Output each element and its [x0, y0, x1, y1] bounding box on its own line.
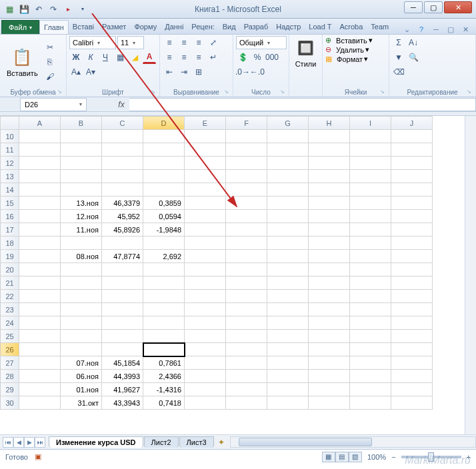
cell[interactable]	[143, 290, 185, 303]
align-right-icon[interactable]: ≡	[192, 51, 205, 64]
font-color-icon[interactable]: A	[143, 51, 156, 64]
row-header[interactable]: 21	[1, 276, 19, 290]
cell[interactable]	[309, 157, 350, 170]
decrease-font-icon[interactable]: A▾	[84, 65, 97, 79]
cell[interactable]	[61, 330, 102, 343]
cell[interactable]	[102, 316, 143, 330]
cell[interactable]	[102, 130, 143, 143]
cell[interactable]	[185, 130, 226, 143]
border-icon[interactable]: ▦	[113, 51, 127, 64]
cell[interactable]	[61, 276, 102, 290]
cell[interactable]	[19, 183, 61, 197]
cell[interactable]	[226, 236, 267, 250]
cell[interactable]: 45,952	[102, 210, 143, 223]
cell[interactable]	[350, 290, 391, 303]
cell[interactable]	[61, 303, 102, 316]
paste-button[interactable]: 📋 Вставить	[3, 36, 42, 88]
cell[interactable]	[185, 356, 226, 370]
name-box[interactable]: D26▾	[20, 98, 87, 111]
cell[interactable]	[143, 316, 185, 330]
cell[interactable]	[61, 157, 102, 170]
cell[interactable]	[102, 303, 143, 316]
cell[interactable]	[391, 330, 433, 343]
column-header[interactable]: G	[267, 117, 309, 130]
sheet-tab-active[interactable]: Изменение курса USD	[49, 436, 143, 448]
cell[interactable]	[143, 170, 185, 183]
fx-icon[interactable]: fx	[113, 100, 129, 109]
cell[interactable]	[267, 276, 309, 290]
cell[interactable]	[185, 210, 226, 223]
row-header[interactable]: 17	[1, 223, 19, 236]
ribbon-minimize-icon[interactable]: ⌄	[401, 25, 412, 34]
column-header[interactable]: D	[143, 117, 185, 130]
cell[interactable]	[309, 383, 350, 396]
mdi-restore-icon[interactable]: ▢	[445, 25, 456, 34]
cell[interactable]	[226, 170, 267, 183]
cell[interactable]: 12.ноя	[61, 210, 102, 223]
align-left-icon[interactable]: ≡	[163, 51, 176, 64]
cell[interactable]	[350, 356, 391, 370]
undo-icon[interactable]: ↶	[32, 3, 45, 16]
cell[interactable]	[185, 263, 226, 276]
cell[interactable]	[61, 316, 102, 330]
cell[interactable]	[226, 356, 267, 370]
cell[interactable]	[185, 330, 226, 343]
cell[interactable]	[309, 183, 350, 197]
cell[interactable]	[309, 330, 350, 343]
page-layout-view-icon[interactable]: ▤	[335, 452, 349, 462]
cell[interactable]	[391, 197, 433, 210]
cell[interactable]	[143, 143, 185, 157]
ribbon-tab[interactable]: Вставі	[69, 20, 98, 34]
currency-icon[interactable]: 💲	[236, 51, 249, 64]
cell[interactable]	[309, 343, 350, 356]
cell[interactable]	[226, 290, 267, 303]
cell[interactable]	[350, 130, 391, 143]
percent-icon[interactable]: %	[251, 51, 264, 64]
cell[interactable]	[226, 223, 267, 236]
cell[interactable]	[143, 303, 185, 316]
cell[interactable]	[226, 303, 267, 316]
increase-decimal-icon[interactable]: .0→	[236, 65, 249, 79]
cell[interactable]	[226, 276, 267, 290]
cell[interactable]	[102, 143, 143, 157]
cell[interactable]	[226, 370, 267, 383]
merge-icon[interactable]: ⊞	[192, 65, 205, 79]
cell[interactable]	[226, 210, 267, 223]
cell[interactable]	[226, 143, 267, 157]
cell[interactable]	[267, 197, 309, 210]
row-header[interactable]: 12	[1, 157, 19, 170]
cell[interactable]	[19, 276, 61, 290]
cell[interactable]	[185, 157, 226, 170]
row-header[interactable]: 25	[1, 330, 19, 343]
row-header[interactable]: 20	[1, 263, 19, 276]
file-tab[interactable]: Файл▾	[1, 20, 39, 34]
cell[interactable]	[143, 183, 185, 197]
row-header[interactable]: 27	[1, 356, 19, 370]
column-header[interactable]: F	[226, 117, 267, 130]
font-name-combo[interactable]: Calibri▾	[69, 36, 116, 49]
cell[interactable]: -1,9848	[143, 223, 185, 236]
zoom-level[interactable]: 100%	[367, 453, 386, 461]
cell[interactable]: 43,3943	[102, 396, 143, 410]
cell[interactable]: 07.ноя	[61, 356, 102, 370]
sheet-nav-first-icon[interactable]: ⏮	[3, 437, 13, 448]
cell[interactable]	[143, 343, 185, 356]
cell[interactable]: 08.ноя	[61, 250, 102, 263]
cell[interactable]	[391, 223, 433, 236]
row-header[interactable]: 23	[1, 303, 19, 316]
cell[interactable]	[185, 396, 226, 410]
column-header[interactable]: E	[185, 117, 226, 130]
new-sheet-icon[interactable]: ✦	[218, 438, 225, 447]
help-icon[interactable]: ?	[416, 25, 427, 34]
row-header[interactable]: 28	[1, 370, 19, 383]
font-size-combo[interactable]: 11▾	[117, 36, 144, 49]
cell[interactable]	[350, 396, 391, 410]
cell[interactable]	[391, 210, 433, 223]
comma-icon[interactable]: 000	[265, 51, 279, 64]
ribbon-tab[interactable]: Данні	[161, 20, 187, 34]
row-header[interactable]: 16	[1, 210, 19, 223]
cell[interactable]: 06.ноя	[61, 370, 102, 383]
cut-icon[interactable]: ✂	[43, 41, 57, 54]
cell[interactable]	[350, 223, 391, 236]
sheet-tab[interactable]: Лист2	[144, 436, 179, 448]
